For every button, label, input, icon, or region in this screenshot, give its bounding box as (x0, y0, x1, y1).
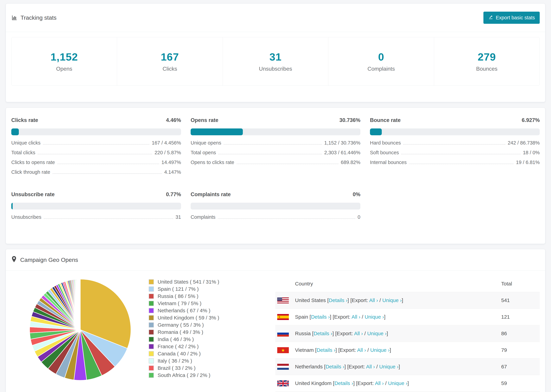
section-title: Bounce rate (370, 117, 401, 123)
stat-cell: 167 Clicks (117, 37, 222, 85)
stat-list-value: 14.497% (162, 160, 181, 165)
legend-label: India ( 46 / 3% ) (158, 336, 194, 342)
country-name: Netherlands (295, 364, 323, 369)
unsubscribe-rate-section: Unsubscribe rate 0.77% Unsubscribes 31 (11, 191, 181, 224)
details-link[interactable]: Details › (329, 297, 347, 303)
export-all-link[interactable]: All › (354, 331, 363, 336)
stat-list-label: Unique clicks (11, 140, 41, 146)
legend-item: Netherlands ( 67 / 4% ) (149, 307, 275, 314)
stat-list-label: Internal bounces (370, 160, 407, 165)
export-unique-link[interactable]: Unique › (388, 380, 407, 386)
country-cell: Netherlands [Details ›] [Export: All › /… (289, 364, 501, 370)
section-title: Opens rate (191, 117, 218, 123)
geo-legend: United States ( 541 / 31% ) Spain ( 121 … (149, 271, 275, 379)
export-all-link[interactable]: All › (375, 380, 384, 386)
stat-list-row: Total clicks 220 / 5.87% (11, 150, 181, 160)
legend-swatch (149, 294, 154, 299)
legend-swatch (149, 315, 154, 320)
details-link[interactable]: Details › (313, 331, 332, 336)
dotted-leader (53, 173, 162, 174)
export-all-link[interactable]: All › (352, 314, 360, 320)
details-link[interactable]: Details › (334, 380, 353, 386)
country-flag-icon (275, 380, 289, 386)
dotted-leader (38, 154, 152, 154)
stat-value: 31 (269, 51, 282, 63)
tracking-stats-card: Tracking stats Export basic stats 1,152 … (6, 3, 545, 102)
export-all-link[interactable]: All › (357, 347, 366, 353)
stat-cell: 279 Bounces (434, 37, 540, 85)
legend-swatch (149, 279, 154, 284)
details-link[interactable]: Details › (325, 364, 344, 369)
progress-bar (11, 203, 181, 210)
legend-item: Germany ( 55 / 3% ) (149, 321, 275, 329)
stat-list-row: Unique opens 1,152 / 30.736% (191, 140, 360, 150)
legend-label: Romania ( 49 / 3% ) (158, 329, 203, 335)
rates-card: Clicks rate 4.46% Unique clicks 167 / 4.… (6, 108, 545, 244)
geo-table: Country Total United States [Details ›] … (275, 275, 540, 392)
campaign-geo-opens-card: Campaign Geo Opens United States ( 541 /… (6, 249, 545, 392)
country-flag-icon (275, 364, 289, 370)
dotted-leader (401, 154, 520, 154)
stat-list-value: 19 / 6.81% (516, 160, 540, 165)
dotted-leader (409, 164, 514, 164)
legend-item: Spain ( 121 / 7% ) (149, 286, 275, 293)
stat-list-value: 0 (358, 214, 360, 220)
export-unique-link[interactable]: Unique › (379, 364, 399, 369)
country-name: United States (295, 297, 326, 303)
stat-list-label: Click through rate (11, 169, 50, 175)
progress-bar (370, 128, 540, 135)
stat-list-label: Unique opens (191, 140, 221, 146)
export-unique-link[interactable]: Unique › (365, 314, 384, 320)
stat-list-label: Total opens (191, 150, 216, 155)
legend-swatch (149, 365, 154, 371)
total-cell: 541 (501, 297, 540, 303)
stat-label: Clicks (162, 66, 177, 72)
stat-list-row: Unsubscribes 31 (11, 214, 181, 224)
export-all-link[interactable]: All › (369, 297, 378, 303)
country-cell: United States [Details ›] [Export: All ›… (289, 297, 501, 303)
stat-list-value: 1,152 / 30.736% (324, 140, 360, 146)
stat-list-value: 220 / 5.87% (155, 150, 181, 155)
table-row: United States [Details ›] [Export: All ›… (275, 292, 540, 308)
export-basic-stats-button[interactable]: Export basic stats (483, 12, 540, 24)
details-link[interactable]: Details › (317, 347, 335, 353)
country-flag-icon (275, 297, 289, 303)
dotted-leader (237, 164, 339, 164)
legend-item: France ( 42 / 2% ) (149, 343, 275, 350)
legend-item: United Kingdom ( 59 / 3% ) (149, 314, 275, 321)
legend-label: Spain ( 121 / 7% ) (158, 286, 199, 292)
stat-label: Bounces (476, 66, 498, 72)
legend-label: Vietnam ( 79 / 5% ) (158, 301, 201, 306)
legend-label: Russia ( 86 / 5% ) (158, 293, 198, 299)
country-cell: United Kingdom [Details ›] [Export: All … (289, 380, 501, 386)
country-name: United Kingdom (295, 380, 332, 386)
table-row: Vietnam [Details ›] [Export: All › / Uni… (275, 342, 540, 358)
legend-label: Brazil ( 33 / 2% ) (158, 365, 196, 371)
export-unique-link[interactable]: Unique › (367, 331, 387, 336)
progress-bar (11, 128, 181, 135)
export-unique-link[interactable]: Unique › (370, 347, 390, 353)
legend-item: Canada ( 40 / 2% ) (149, 350, 275, 357)
stat-list-value: 18 / 0% (523, 150, 540, 155)
legend-item: Russia ( 86 / 5% ) (149, 293, 275, 300)
total-cell: 79 (501, 347, 540, 353)
dotted-leader (403, 144, 505, 145)
legend-swatch (149, 322, 154, 328)
export-all-link[interactable]: All › (366, 364, 375, 369)
legend-label: Germany ( 55 / 3% ) (158, 322, 204, 328)
dotted-leader (43, 144, 149, 145)
legend-swatch (149, 351, 154, 356)
stat-cell: 31 Unsubscribes (223, 37, 328, 85)
details-link[interactable]: Details › (311, 314, 330, 320)
legend-swatch (149, 373, 154, 378)
section-title: Unsubscribe rate (11, 191, 55, 197)
total-cell: 121 (501, 314, 540, 320)
total-cell: 67 (501, 364, 540, 370)
export-unique-link[interactable]: Unique › (382, 297, 402, 303)
stat-list-value: 31 (176, 214, 181, 220)
clicks-rate-section: Clicks rate 4.46% Unique clicks 167 / 4.… (11, 117, 181, 179)
stat-list-row: Internal bounces 19 / 6.81% (370, 160, 540, 169)
stat-list-value: 242 / 86.738% (508, 140, 540, 146)
progress-fill (11, 203, 13, 210)
stat-value: 279 (478, 51, 496, 63)
